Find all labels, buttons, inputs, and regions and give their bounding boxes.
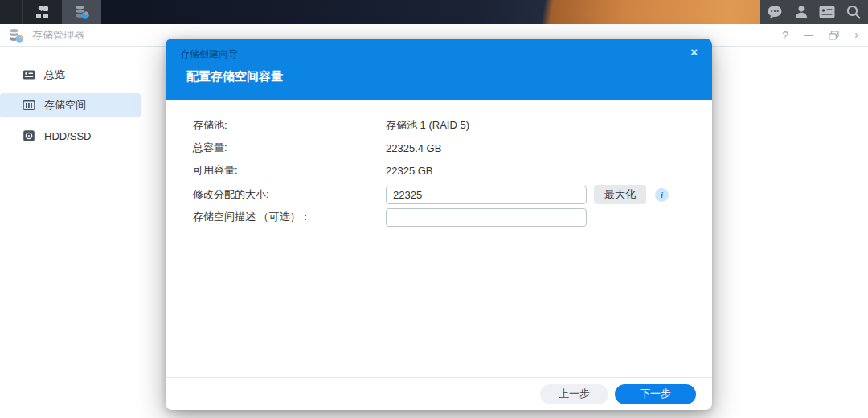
main-menu-icon: [35, 6, 49, 19]
row-allocated-size: 修改分配的大小: 最大化 i: [193, 183, 712, 206]
main-menu-button[interactable]: [23, 0, 62, 24]
total-capacity-label: 总容量:: [193, 141, 386, 155]
chat-icon: [767, 5, 783, 19]
minimize-button[interactable]: —: [804, 31, 813, 40]
sidebar-item-hdd-ssd[interactable]: HDD/SSD: [0, 124, 141, 148]
storage-manager-sidebar: 总览 存储空间 HDD/SSD: [0, 47, 149, 418]
sidebar-item-storage-space[interactable]: 存储空间: [0, 93, 141, 117]
dialog-title: 存储创建向导: [180, 47, 238, 61]
hdd-ssd-icon: [23, 129, 35, 142]
allocated-size-input[interactable]: [386, 186, 587, 204]
search-icon: [846, 5, 861, 19]
next-step-button[interactable]: 下一步: [615, 384, 696, 404]
dialog-close-button[interactable]: ×: [690, 45, 698, 59]
user-icon: [794, 5, 809, 19]
show-desktop-strip[interactable]: [0, 0, 23, 24]
storage-creation-wizard-dialog: 存储创建向导 × 配置存储空间容量 存储池: 存储池 1 (RAID 5) 总容…: [166, 39, 712, 410]
sidebar-item-label: 存储空间: [44, 98, 86, 113]
dialog-step-heading: 配置存储空间容量: [186, 69, 283, 84]
dialog-body: 存储池: 存储池 1 (RAID 5) 总容量: 22325.4 GB 可用容量…: [166, 100, 712, 228]
desktop-taskbar: [0, 0, 868, 24]
dialog-footer: 上一步 下一步: [166, 377, 712, 410]
taskbar-left: [0, 0, 101, 24]
maximize-button[interactable]: 最大化: [594, 185, 646, 204]
storage-pool-label: 存储池:: [193, 118, 386, 133]
storage-manager-taskbar-button[interactable]: [62, 0, 101, 24]
restore-button[interactable]: [829, 31, 839, 40]
row-description: 存储空间描述 （可选）：: [193, 206, 712, 228]
storage-pool-value: 存储池 1 (RAID 5): [386, 118, 469, 133]
row-total-capacity: 总容量: 22325.4 GB: [193, 137, 712, 159]
storage-manager-window-icon: [8, 27, 24, 43]
overview-icon: [23, 68, 35, 81]
storage-manager-icon: [74, 4, 90, 20]
available-capacity-value: 22325 GB: [386, 165, 433, 177]
sidebar-item-overview[interactable]: 总览: [0, 63, 141, 87]
close-window-button[interactable]: ×: [854, 30, 858, 41]
info-icon[interactable]: i: [655, 188, 669, 202]
user-menu-button[interactable]: [790, 0, 813, 24]
description-input[interactable]: [386, 208, 587, 227]
window-controls: ? — ×: [782, 30, 860, 41]
row-storage-pool: 存储池: 存储池 1 (RAID 5): [193, 114, 712, 137]
row-available-capacity: 可用容量: 22325 GB: [193, 159, 712, 182]
widgets-icon: [819, 6, 835, 18]
available-capacity-label: 可用容量:: [193, 163, 386, 178]
sidebar-item-label: HDD/SSD: [44, 130, 92, 142]
sidebar-item-label: 总览: [44, 68, 65, 82]
help-button[interactable]: ?: [782, 30, 788, 41]
dialog-header: 存储创建向导 × 配置存储空间容量: [166, 39, 712, 100]
window-title: 存储管理器: [32, 28, 84, 43]
storage-space-icon: [23, 99, 35, 112]
taskbar-right: [760, 0, 868, 24]
restore-icon: [829, 31, 839, 40]
allocated-size-label: 修改分配的大小:: [193, 187, 386, 202]
search-button[interactable]: [842, 0, 865, 24]
widgets-button[interactable]: [816, 0, 838, 24]
total-capacity-value: 22325.4 GB: [386, 142, 441, 154]
previous-step-button[interactable]: 上一步: [540, 384, 608, 404]
description-label: 存储空间描述 （可选）：: [193, 210, 386, 224]
notifications-button[interactable]: [764, 0, 786, 24]
